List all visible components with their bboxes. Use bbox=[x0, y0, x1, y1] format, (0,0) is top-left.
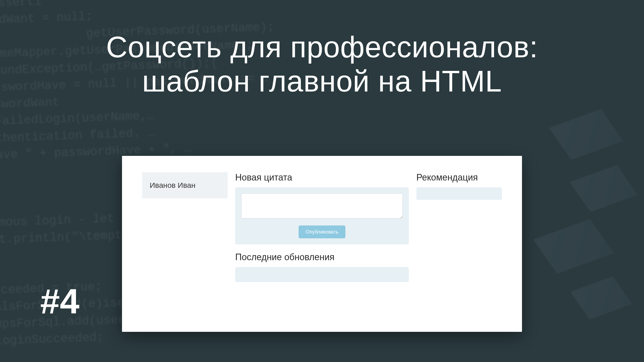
quote-input[interactable] bbox=[241, 193, 403, 218]
updates-card bbox=[235, 267, 409, 282]
app-content: Иванов Иван Новая цитата Опубликовать По… bbox=[122, 156, 522, 298]
updates-heading: Последние обновления bbox=[235, 252, 409, 262]
title-line-2: шаблон главной на HTML bbox=[142, 65, 502, 98]
recommendation-heading: Рекомендация bbox=[416, 172, 502, 183]
sidebar: Иванов Иван bbox=[142, 172, 228, 282]
title-line-1: Соцсеть для профессионалов: bbox=[106, 30, 538, 64]
recommendation-card bbox=[416, 187, 502, 200]
user-name: Иванов Иван bbox=[150, 181, 195, 189]
new-quote-card: Опубликовать bbox=[235, 187, 409, 244]
user-card[interactable]: Иванов Иван bbox=[142, 172, 228, 198]
main-column: Новая цитата Опубликовать Последние обно… bbox=[235, 172, 409, 282]
page-title: Соцсеть для профессионалов: шаблон главн… bbox=[0, 30, 644, 98]
publish-button[interactable]: Опубликовать bbox=[299, 225, 346, 238]
new-quote-heading: Новая цитата bbox=[235, 172, 409, 183]
app-window: Иванов Иван Новая цитата Опубликовать По… bbox=[122, 156, 522, 332]
episode-number: #4 bbox=[40, 281, 79, 322]
right-column: Рекомендация bbox=[416, 172, 502, 282]
